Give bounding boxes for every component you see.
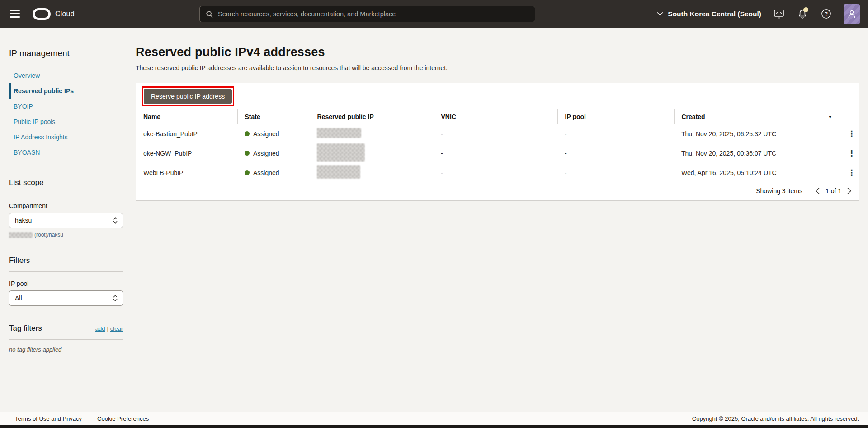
chevron-down-icon — [657, 12, 663, 16]
compartment-select[interactable]: haksu — [9, 213, 123, 228]
oracle-o-logo-icon — [33, 8, 51, 20]
status-label: Assigned — [253, 169, 279, 176]
status-dot-assigned — [245, 170, 250, 175]
red-annotation-box: Reserve public IP address — [142, 86, 234, 106]
column-header-state: State — [237, 109, 310, 124]
sidebar-item-byoasn[interactable]: BYOASN — [9, 145, 123, 160]
row-ip-pool: - — [565, 130, 567, 138]
row-name: WebLB-PubIP — [143, 169, 183, 176]
redacted-ip-address — [317, 128, 361, 138]
main-content: Reserved public IPv4 addresses These res… — [123, 28, 868, 412]
row-created: Thu, Nov 20, 2025, 00:36:07 UTC — [681, 150, 776, 157]
column-header-ip-pool: IP pool — [557, 109, 674, 124]
svg-text:?: ? — [824, 11, 827, 17]
brand-label: Cloud — [55, 10, 75, 18]
user-avatar[interactable] — [844, 4, 860, 24]
footer-link-cookies[interactable]: Cookie Preferences — [97, 415, 149, 422]
sidebar-item-byoip[interactable]: BYOIP — [9, 99, 123, 114]
search-input[interactable] — [218, 10, 529, 18]
divider — [9, 271, 123, 272]
stepper-icon — [113, 295, 118, 302]
status-label: Assigned — [253, 130, 279, 138]
page-prev-icon[interactable] — [815, 187, 820, 195]
row-vnic: - — [441, 130, 443, 138]
region-label: South Korea Central (Seoul) — [668, 10, 761, 18]
kebab-menu-icon[interactable]: ⋮ — [848, 169, 852, 177]
table-row: oke-Bastion_PubIP Assigned - - Thu, Nov … — [136, 124, 859, 143]
row-ip-pool: - — [565, 169, 567, 176]
row-vnic: - — [441, 150, 443, 157]
cloud-shell-icon[interactable] — [773, 8, 785, 20]
table-row: WebLB-PubIP Assigned - - Wed, Apr 16, 20… — [136, 163, 859, 182]
column-header-name: Name — [136, 109, 237, 124]
help-icon[interactable]: ? — [820, 8, 832, 20]
footer-copyright: Copyright © 2025, Oracle and/or its affi… — [692, 415, 859, 422]
page-subtitle: These reserved public IP addresses are a… — [136, 64, 859, 71]
compartment-path: (root)/haksu — [9, 232, 123, 238]
status-dot-assigned — [245, 151, 250, 156]
region-selector[interactable]: South Korea Central (Seoul) — [657, 10, 761, 18]
notification-badge — [803, 7, 808, 12]
stepper-icon — [113, 217, 118, 224]
filters-section: Filters IP pool All — [9, 256, 123, 306]
sidebar-item-reserved-public-ips[interactable]: Reserved public IPs — [9, 83, 123, 99]
status-dot-assigned — [245, 131, 250, 136]
person-icon — [848, 10, 856, 19]
divider — [9, 194, 123, 194]
topbar: Cloud South Korea Central (Seoul) — [0, 0, 868, 28]
row-vnic: - — [441, 169, 443, 176]
global-search[interactable] — [199, 6, 535, 22]
footer: Terms of Use and Privacy Cookie Preferen… — [0, 412, 868, 425]
page-title: Reserved public IPv4 addresses — [136, 45, 859, 59]
divider — [9, 339, 123, 340]
sidebar-item-overview[interactable]: Overview — [9, 68, 123, 83]
column-header-vnic: VNIC — [434, 109, 557, 124]
items-summary: Showing 3 items — [756, 187, 802, 195]
sidebar-item-ip-address-insights[interactable]: IP Address Insights — [9, 129, 123, 145]
table-footer: Showing 3 items 1 of 1 — [136, 182, 859, 200]
column-header-created[interactable]: Created ▾ — [674, 109, 840, 124]
kebab-menu-icon[interactable]: ⋮ — [848, 130, 852, 138]
redacted-ip-address — [317, 143, 365, 162]
oracle-cloud-logo[interactable]: Cloud — [33, 8, 75, 20]
row-ip-pool: - — [565, 150, 567, 157]
redacted-tenancy-name — [9, 232, 33, 238]
sort-descending-icon[interactable]: ▾ — [829, 114, 831, 120]
table-header-row: Name State Reserved public IP VNIC IP po… — [136, 109, 859, 124]
page-indicator: 1 of 1 — [826, 187, 841, 195]
row-created: Thu, Nov 20, 2025, 06:25:32 UTC — [681, 130, 776, 138]
pagination: 1 of 1 — [815, 187, 852, 195]
sidebar-item-public-ip-pools[interactable]: Public IP pools — [9, 114, 123, 129]
tag-filters-empty-text: no tag filters applied — [9, 346, 123, 353]
list-scope-title: List scope — [9, 178, 123, 187]
notifications-bell-icon[interactable] — [797, 8, 808, 20]
row-name: oke-Bastion_PubIP — [143, 130, 198, 138]
tag-filter-separator: | — [107, 325, 108, 332]
row-created: Wed, Apr 16, 2025, 05:10:24 UTC — [681, 169, 777, 176]
tag-filters-title: Tag filters — [9, 324, 42, 333]
sidebar-nav: Overview Reserved public IPs BYOIP Publi… — [9, 68, 123, 160]
tag-filter-add-link[interactable]: add — [95, 325, 105, 332]
footer-link-terms[interactable]: Terms of Use and Privacy — [15, 415, 82, 422]
tag-filters-section: Tag filters add|clear no tag filters app… — [9, 324, 123, 353]
reserved-ips-panel: Reserve public IP address Name State Res… — [136, 83, 859, 201]
filters-title: Filters — [9, 256, 123, 265]
reserved-ips-table: Name State Reserved public IP VNIC IP po… — [136, 109, 859, 182]
tag-filter-clear-link[interactable]: clear — [110, 325, 123, 332]
column-header-actions — [840, 109, 859, 124]
sidebar-title: IP management — [9, 48, 123, 58]
row-name: oke-NGW_PubIP — [143, 150, 192, 157]
reserve-public-ip-button[interactable]: Reserve public IP address — [144, 89, 232, 104]
kebab-menu-icon[interactable]: ⋮ — [848, 149, 852, 157]
compartment-value: haksu — [15, 217, 32, 224]
ip-pool-label: IP pool — [9, 280, 123, 287]
status-label: Assigned — [253, 150, 279, 157]
column-header-reserved-public-ip: Reserved public IP — [310, 109, 434, 124]
sidebar: IP management Overview Reserved public I… — [0, 28, 123, 412]
ip-pool-value: All — [15, 295, 22, 302]
divider — [9, 65, 123, 65]
hamburger-menu-icon[interactable] — [10, 10, 20, 18]
page-next-icon[interactable] — [847, 187, 852, 195]
ip-pool-select[interactable]: All — [9, 290, 123, 306]
search-icon — [205, 10, 213, 18]
